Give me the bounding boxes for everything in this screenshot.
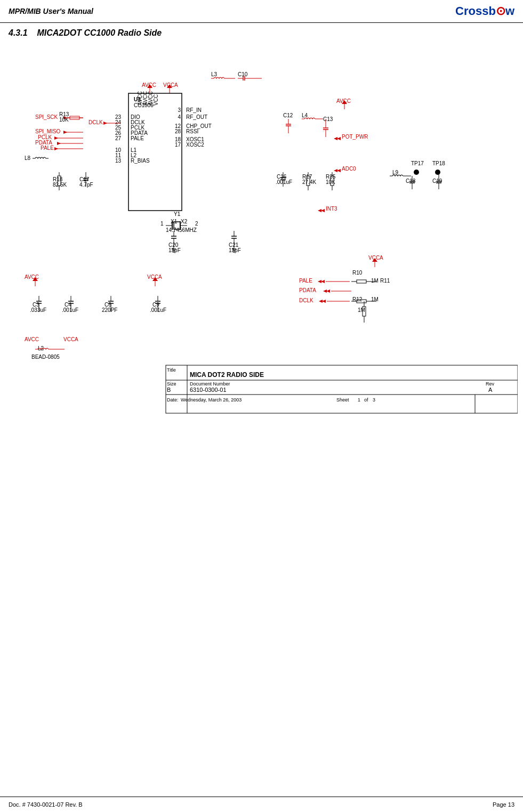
svg-text:C13: C13 [323, 116, 333, 122]
svg-text:RSSI: RSSI [186, 128, 198, 134]
section-number: 4.3.1 [9, 28, 28, 37]
svg-text:Document Number: Document Number [190, 381, 230, 387]
svg-text:82.5K: 82.5K [53, 182, 67, 188]
svg-marker-104 [334, 137, 337, 140]
svg-text:TP18: TP18 [432, 160, 445, 166]
svg-text:PALE: PALE [299, 278, 312, 284]
svg-text:C12: C12 [283, 112, 293, 118]
svg-text:27.4K: 27.4K [302, 179, 316, 185]
svg-text:X2: X2 [181, 219, 188, 224]
manual-title: MPR/MIB User's Manual [9, 7, 93, 15]
svg-text:AVCC: AVCC [25, 274, 39, 280]
svg-point-158 [414, 170, 419, 175]
svg-marker-103 [337, 137, 341, 140]
svg-text:XOSC2: XOSC2 [186, 142, 204, 148]
svg-text:R10: R10 [352, 270, 363, 276]
section-title: MICA2DOT CC1000 Radio Side [37, 28, 162, 37]
svg-text:13: 13 [115, 158, 121, 164]
schematic-svg: AVCC VCCA AVCC U3 CC1000 23 24 25 26 27 … [6, 40, 518, 477]
svg-marker-52 [54, 136, 58, 140]
logo: Crossb⊙w [455, 4, 514, 18]
svg-marker-61 [103, 122, 107, 125]
svg-text:MICA DOT2 RADIO SIDE: MICA DOT2 RADIO SIDE [190, 371, 264, 379]
footer-page: Page 13 [493, 801, 514, 808]
svg-text:VCCA: VCCA [63, 336, 78, 342]
footer: Doc. # 7430-0021-07 Rev. B Page 13 [0, 797, 523, 812]
svg-text:3: 3 [373, 397, 375, 403]
svg-text:Rev: Rev [486, 381, 495, 387]
footer-doc-number: Doc. # 7430-0021-07 Rev. B [9, 801, 83, 808]
svg-text:DCLK: DCLK [88, 119, 103, 125]
svg-text:RF_IN: RF_IN [186, 107, 202, 113]
svg-text:L9: L9 [392, 170, 399, 175]
svg-text:Y1: Y1 [174, 211, 181, 217]
svg-marker-110 [318, 209, 321, 212]
svg-text:.001uF: .001uF [150, 307, 166, 313]
svg-text:B: B [167, 387, 171, 393]
svg-text:6310-0300-01: 6310-0300-01 [190, 387, 227, 393]
svg-text:.001uF: .001uF [62, 307, 78, 313]
svg-text:ADC0: ADC0 [342, 166, 356, 172]
svg-text:of: of [364, 397, 368, 403]
svg-text:17: 17 [174, 142, 181, 148]
svg-marker-107 [334, 169, 337, 172]
svg-text:Wednesday, March 26, 2003: Wednesday, March 26, 2003 [181, 397, 242, 403]
svg-text:SPI_SCK: SPI_SCK [35, 114, 58, 120]
schematic-area: AVCC VCCA AVCC U3 CC1000 23 24 25 26 27 … [6, 40, 518, 477]
svg-text:POT_PWR: POT_PWR [342, 134, 368, 140]
svg-marker-218 [326, 290, 330, 293]
svg-text:Sheet: Sheet [336, 397, 349, 403]
section-heading: 4.3.1 MICA2DOT CC1000 Radio Side [0, 23, 523, 40]
svg-text:Size: Size [167, 381, 176, 387]
svg-text:AVCC: AVCC [25, 336, 39, 342]
svg-text:.033uF: .033uF [30, 307, 46, 313]
svg-marker-219 [323, 290, 327, 293]
page-container: MPR/MIB User's Manual Crossb⊙w 4.3.1 MIC… [0, 0, 523, 812]
svg-text:L8: L8 [25, 155, 31, 161]
svg-marker-224 [319, 300, 323, 303]
svg-text:1M: 1M [358, 307, 365, 313]
svg-text:220PF: 220PF [102, 307, 117, 313]
svg-marker-210 [318, 280, 321, 283]
svg-text:PALE: PALE [41, 145, 54, 151]
svg-text:BEAD-0805: BEAD-0805 [31, 354, 60, 360]
svg-text:R_BIAS: R_BIAS [131, 158, 150, 164]
svg-text:PALE: PALE [131, 135, 144, 141]
logo-area: Crossb⊙w [455, 4, 514, 18]
svg-marker-109 [321, 209, 325, 212]
svg-text:2: 2 [195, 221, 198, 227]
svg-text:RF_OUT: RF_OUT [186, 114, 207, 120]
svg-marker-58 [54, 147, 58, 150]
svg-text:L4: L4 [302, 112, 308, 118]
svg-text:L3: L3 [211, 71, 218, 77]
svg-text:Date:: Date: [167, 397, 179, 403]
header: MPR/MIB User's Manual Crossb⊙w [0, 0, 523, 23]
svg-text:28: 28 [174, 128, 181, 134]
svg-text:PDATA: PDATA [299, 287, 316, 293]
svg-text:INT3: INT3 [326, 206, 337, 212]
svg-marker-223 [322, 300, 326, 303]
svg-text:1: 1 [160, 221, 164, 227]
svg-text:1: 1 [358, 397, 360, 403]
svg-marker-55 [57, 142, 61, 145]
svg-text:3: 3 [178, 107, 181, 113]
svg-text:A: A [488, 387, 493, 393]
svg-marker-49 [63, 131, 67, 134]
svg-text:R11: R11 [380, 278, 390, 284]
svg-text:4.7pF: 4.7pF [79, 182, 93, 188]
svg-text:14.7456MHZ: 14.7456MHZ [166, 227, 197, 233]
svg-text:Title: Title [167, 367, 176, 373]
svg-marker-106 [337, 169, 341, 172]
svg-rect-214 [357, 280, 366, 283]
svg-text:TP17: TP17 [411, 160, 424, 166]
svg-text:X1: X1 [171, 219, 178, 224]
svg-text:27: 27 [115, 135, 121, 141]
svg-text:4: 4 [178, 114, 181, 120]
svg-text:VCC: VCC [153, 94, 159, 106]
svg-point-159 [435, 170, 440, 175]
svg-text:DCLK: DCLK [299, 298, 313, 303]
svg-text:SPI_MISO: SPI_MISO [35, 128, 60, 134]
svg-text:1M: 1M [371, 278, 379, 284]
svg-marker-209 [321, 280, 325, 283]
